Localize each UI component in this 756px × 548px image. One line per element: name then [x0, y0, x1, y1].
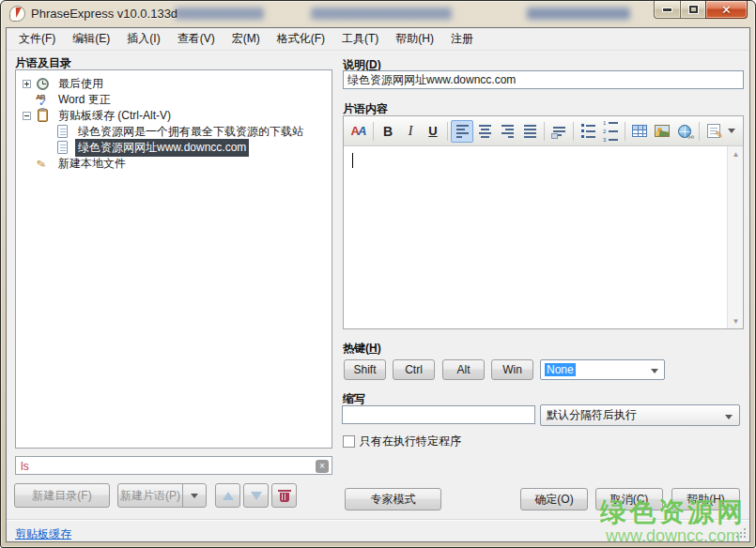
new-phrase-button[interactable]: 新建片语(P) [117, 483, 183, 508]
specific-program-checkbox[interactable]: 只有在执行特定程序 [343, 434, 461, 449]
image-icon[interactable] [651, 120, 673, 143]
chevron-down-icon [191, 494, 198, 498]
close-button[interactable]: ✕ [705, 1, 748, 19]
menu-bar: 文件(F) 编辑(E) 插入(I) 查看(V) 宏(M) 格式化(F) 工具(T… [7, 28, 749, 51]
statusbar-divider [7, 519, 749, 521]
checkbox-icon[interactable] [343, 435, 355, 448]
formatting-toolbar: AA B I U 123 ⚯ [344, 116, 743, 146]
abbreviation-input[interactable] [342, 405, 535, 424]
pencil-icon: ✎ [36, 157, 51, 171]
align-center-icon[interactable] [473, 120, 496, 143]
edit-note-icon[interactable] [702, 120, 725, 143]
menu-tools[interactable]: 工具(T) [333, 27, 387, 51]
italic-icon[interactable]: I [399, 120, 422, 143]
menu-macro[interactable]: 宏(M) [224, 27, 269, 51]
arrow-up-icon [223, 492, 234, 500]
move-down-button[interactable] [243, 483, 269, 508]
font-icon[interactable]: AA [347, 120, 370, 143]
tree-search-input[interactable]: ls × [15, 456, 332, 475]
tree-item-phrase-1[interactable]: 绿色资源网是一个拥有最全下载资源的下载站 [16, 124, 332, 140]
hyperlink-globe-icon[interactable]: ⚯ [673, 120, 696, 143]
hotkey-selected-value: None [545, 363, 576, 376]
phrase-tree[interactable]: 最后使用 AB✓ Word 更正 剪贴板缓存 (Ctrl-Alt-V) 绿色资源… [15, 69, 332, 449]
hotkey-key-combobox[interactable]: None [540, 359, 665, 380]
align-left-icon[interactable] [451, 120, 473, 143]
tree-item-phrase-2-selected[interactable]: 绿色资源网网址www.downcc.com [16, 140, 332, 156]
delimiter-combobox[interactable]: 默认分隔符后执行 [540, 404, 740, 426]
menu-help[interactable]: 帮助(H) [387, 27, 442, 51]
tree-item-last-used[interactable]: 最后使用 [16, 76, 332, 92]
toolbar-dropdown-arrow-icon[interactable] [725, 120, 738, 143]
chevron-down-icon [725, 415, 733, 419]
collapse-icon[interactable] [23, 112, 31, 120]
text-caret [352, 153, 353, 168]
cancel-button[interactable]: 取消(C) [595, 488, 663, 510]
help-button[interactable]: 帮助(H) [671, 488, 740, 510]
statusbar-clipboard-link[interactable]: 剪贴板缓存 [15, 526, 71, 542]
description-input[interactable]: 绿色资源网网址www.downcc.com [343, 70, 744, 89]
window-title: PhraseExpress v10.0.133d [31, 7, 177, 21]
title-bar[interactable]: PhraseExpress v10.0.133d ✕ [1, 1, 755, 27]
hotkey-alt-button[interactable]: Alt [442, 359, 485, 380]
app-window: PhraseExpress v10.0.133d ✕ 文件(F) 编辑(E) 插… [0, 0, 756, 548]
new-phrase-dropdown-button[interactable] [182, 483, 207, 508]
titlebar-background-smudge [527, 8, 630, 20]
clear-search-icon[interactable]: × [316, 460, 329, 473]
trash-icon [279, 490, 290, 502]
menu-format[interactable]: 格式化(F) [269, 27, 333, 51]
resize-grip[interactable] [734, 526, 746, 538]
arrow-down-icon [251, 492, 262, 500]
titlebar-background-smudge [175, 8, 264, 20]
word-autocorrect-icon: AB✓ [36, 93, 51, 107]
menu-insert[interactable]: 插入(I) [118, 27, 168, 51]
editor-scrollbar[interactable]: ▲ ▼ [727, 146, 743, 328]
tree-item-new-local-file[interactable]: ✎ 新建本地文件 [16, 156, 332, 172]
dialog-content: 文件(F) 编辑(E) 插入(I) 查看(V) 宏(M) 格式化(F) 工具(T… [6, 27, 750, 542]
move-up-button[interactable] [215, 483, 240, 508]
expand-icon[interactable] [23, 80, 31, 88]
delete-button[interactable] [271, 483, 297, 508]
table-icon[interactable] [628, 120, 651, 143]
scroll-up-icon[interactable]: ▲ [728, 146, 744, 161]
maximize-icon [689, 6, 698, 13]
justify-icon[interactable] [518, 120, 541, 143]
hotkey-ctrl-button[interactable]: Ctrl [393, 359, 435, 380]
bold-icon[interactable]: B [377, 120, 399, 143]
tree-item-word-autocorrect[interactable]: AB✓ Word 更正 [16, 92, 332, 108]
numbered-list-icon[interactable]: 123 [599, 120, 622, 143]
app-icon [9, 6, 25, 22]
align-right-icon[interactable] [496, 120, 518, 143]
hotkey-shift-button[interactable]: Shift [344, 359, 386, 380]
chevron-down-icon [651, 369, 658, 373]
hotkey-win-button[interactable]: Win [491, 359, 533, 380]
close-icon: ✕ [721, 3, 732, 17]
underline-icon[interactable]: U [422, 120, 444, 143]
maximize-button[interactable] [680, 1, 706, 19]
document-icon [55, 125, 70, 139]
expert-mode-button[interactable]: 专家模式 [345, 488, 441, 510]
document-icon [55, 141, 70, 155]
menu-register[interactable]: 注册 [442, 27, 482, 51]
menu-view[interactable]: 查看(V) [169, 27, 224, 51]
minimize-icon [662, 8, 672, 12]
menu-edit[interactable]: 编辑(E) [64, 27, 118, 51]
ok-button[interactable]: 确定(O) [520, 488, 588, 510]
paragraph-indent-icon[interactable] [548, 120, 570, 143]
search-query-text: ls [21, 460, 29, 473]
checkbox-label: 只有在执行特定程序 [360, 434, 461, 449]
tree-item-clipboard-cache[interactable]: 剪贴板缓存 (Ctrl-Alt-V) [16, 108, 332, 124]
hotkey-label: 热键(H) [343, 341, 381, 357]
phrase-content-editor: AA B I U 123 ⚯ [343, 115, 744, 329]
menu-file[interactable]: 文件(F) [10, 27, 64, 51]
clock-icon [36, 77, 51, 91]
new-folder-button[interactable]: 新建目录(F) [14, 483, 110, 508]
bullet-list-icon[interactable] [577, 120, 599, 143]
delimiter-selected-value: 默认分隔符后执行 [547, 407, 637, 423]
phrase-content-textarea[interactable] [344, 146, 727, 328]
clipboard-icon [36, 109, 51, 123]
titlebar-background-smudge [311, 8, 452, 20]
scroll-down-icon[interactable]: ▼ [728, 313, 744, 328]
minimize-button[interactable] [654, 1, 681, 19]
